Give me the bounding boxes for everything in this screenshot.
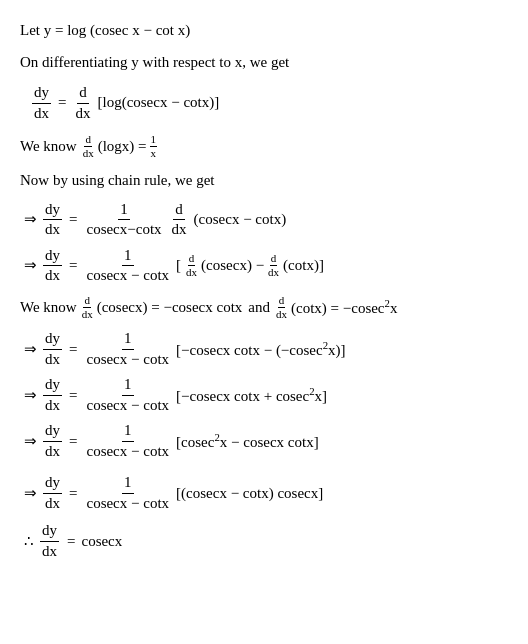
- eq3: ⇒ dy dx = 1 cosecx − cotx [ d dx (cosecx…: [24, 246, 508, 286]
- intro-line: Let y = log (cosec x − cot x): [20, 18, 508, 44]
- d-dx-cosecx: d dx: [185, 252, 198, 279]
- dy-dx-5: dy dx: [43, 375, 62, 415]
- d-dx-3: d dx: [170, 200, 189, 240]
- know-logx: We know d dx (logx) = 1 x: [20, 133, 508, 160]
- dy-dx-7: dy dx: [43, 473, 62, 513]
- one-over-cosec-cot-4: 1 cosecx − cotx: [84, 375, 171, 415]
- d-dx-cotx: d dx: [267, 252, 280, 279]
- one-over-cosec-cot-6: 1 cosecx − cotx: [84, 473, 171, 513]
- diff-intro: On differentiating y with respect to x, …: [20, 50, 508, 76]
- eq6: ⇒ dy dx = 1 cosecx − cotx [cosec2x − cos…: [24, 421, 508, 461]
- one-over-cosec-cot-2: 1 cosecx − cotx: [84, 246, 171, 286]
- one-over-cosec-cot-3: 1 cosecx − cotx: [84, 329, 171, 369]
- one-over-cosec-cot: 1 cosecx−cotx: [84, 200, 163, 240]
- eq5: ⇒ dy dx = 1 cosecx − cotx [−cosecx cotx …: [24, 375, 508, 415]
- know-cosec: We know d dx (cosecx) = −cosecx cotx and…: [20, 294, 508, 322]
- math-content: Let y = log (cosec x − cot x) On differe…: [20, 18, 508, 561]
- dy-dx-final: dy dx: [40, 521, 59, 561]
- dy-dx-frac: dy dx: [32, 83, 51, 123]
- dy-dx-6: dy dx: [43, 421, 62, 461]
- eq2: ⇒ dy dx = 1 cosecx−cotx d dx (cosecx − c…: [24, 200, 508, 240]
- chain-rule-intro: Now by using chain rule, we get: [20, 168, 508, 194]
- small-d-dx: d dx: [82, 133, 95, 160]
- eq1: dy dx = d dx [log(cosecx − cotx)]: [30, 83, 508, 123]
- final-result: ∴ dy dx = cosecx: [24, 521, 508, 561]
- dy-dx-3: dy dx: [43, 246, 62, 286]
- one-over-x: 1 x: [150, 133, 158, 160]
- d-dx-frac: d dx: [73, 83, 92, 123]
- eq4: ⇒ dy dx = 1 cosecx − cotx [−cosecx cotx …: [24, 329, 508, 369]
- eq7: ⇒ dy dx = 1 cosecx − cotx [(cosecx − cot…: [24, 473, 508, 513]
- small-d-dx-3: d dx: [275, 294, 288, 321]
- one-over-cosec-cot-5: 1 cosecx − cotx: [84, 421, 171, 461]
- dy-dx-2: dy dx: [43, 200, 62, 240]
- small-d-dx-2: d dx: [81, 294, 94, 321]
- dy-dx-4: dy dx: [43, 329, 62, 369]
